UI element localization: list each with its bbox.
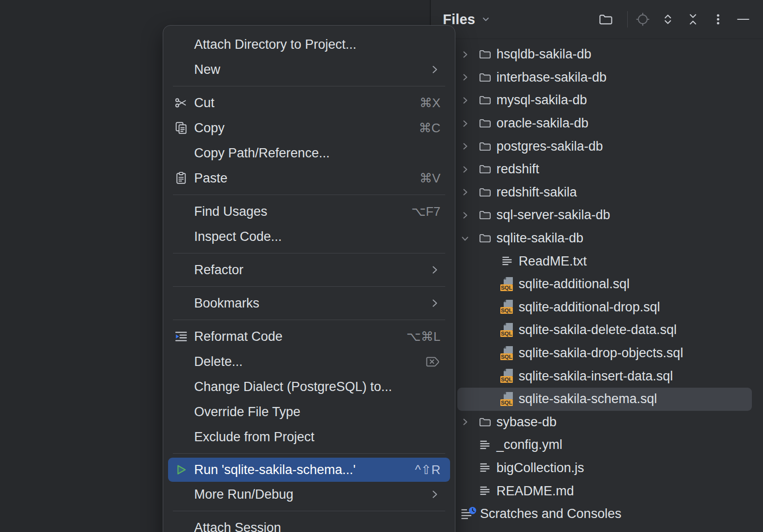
menu-item-copy-path-reference[interactable]: Copy Path/Reference...	[163, 140, 455, 166]
hide-panel-icon[interactable]	[735, 11, 751, 28]
files-view-switcher[interactable]: Files	[443, 12, 491, 28]
menu-item-more-run-debug[interactable]: More Run/Debug	[163, 482, 455, 507]
blank-icon	[174, 296, 188, 310]
tree-row-hsqldb-sakila-db[interactable]: hsqldb-sakila-db	[431, 43, 763, 66]
submenu-arrow-icon	[429, 297, 440, 309]
collapse-all-icon[interactable]	[685, 11, 701, 28]
tree-item-label: ReadME.txt	[519, 254, 587, 269]
submenu-arrow-icon	[429, 264, 440, 276]
chevron-down-icon	[480, 14, 491, 25]
tree-row-sqlite-sakila-drop-objects-sql[interactable]: SQLsqlite-sakila-drop-objects.sql	[431, 342, 763, 365]
chevron-right-icon[interactable]	[459, 71, 471, 83]
tree-item-label: sqlite-sakila-insert-data.sql	[519, 369, 673, 384]
tree-item-label: bigCollection.js	[496, 461, 584, 476]
locate-icon[interactable]	[635, 11, 651, 28]
menu-item-refactor[interactable]: Refactor	[163, 257, 455, 282]
tree-row-config-yml[interactable]: _config.yml	[431, 434, 763, 457]
tree-item-label: mysql-sakila-db	[496, 93, 587, 108]
folder-icon[interactable]	[597, 11, 614, 28]
menu-item-shortcut: ⌥⌘L	[407, 329, 440, 344]
chevron-right-icon[interactable]	[459, 49, 471, 60]
paste-icon	[174, 171, 188, 185]
chevron-right-icon[interactable]	[459, 140, 471, 152]
context-menu: Attach Directory to Project...NewCut⌘XCo…	[163, 25, 455, 532]
sql-file-icon: SQL	[499, 368, 515, 384]
tree-row-sqlite-additional-sql[interactable]: SQLsqlite-additional.sql	[431, 273, 763, 296]
menu-item-attach-session[interactable]: Attach Session	[163, 515, 455, 532]
menu-separator	[173, 511, 445, 511]
menu-item-find-usages[interactable]: Find Usages⌥F7	[163, 199, 455, 224]
tree-row-readme-txt[interactable]: ReadME.txt	[431, 250, 763, 273]
tree-item-label: interbase-sakila-db	[496, 70, 607, 85]
tree-row-redshift-sakila[interactable]: redshift-sakila	[431, 181, 763, 204]
blank-icon	[174, 487, 188, 502]
tree-row-sqlite-additional-drop-sql[interactable]: SQLsqlite-additional-drop.sql	[431, 296, 763, 319]
menu-item-exclude-from-project[interactable]: Exclude from Project	[163, 424, 455, 449]
chevron-right-icon[interactable]	[459, 118, 471, 129]
tree-row-sqlite-sakila-schema-sql[interactable]: SQLsqlite-sakila-schema.sql	[457, 388, 752, 411]
tree-row-readme-md[interactable]: README.md	[431, 479, 763, 503]
menu-item-run-sqlite-sakila-schema[interactable]: Run 'sqlite-sakila-schema...'^⇧R	[168, 458, 450, 482]
blank-icon	[174, 430, 188, 444]
svg-text:SQL: SQL	[501, 400, 512, 406]
tree-row-postgres-sakila-db[interactable]: postgres-sakila-db	[431, 135, 763, 158]
menu-item-label: More Run/Debug	[194, 487, 419, 502]
menu-separator	[173, 286, 445, 287]
tree-item-label: sqlite-sakila-drop-objects.sql	[519, 346, 683, 361]
chevron-down-icon[interactable]	[459, 233, 471, 244]
menu-item-inspect-code[interactable]: Inspect Code...	[163, 224, 455, 249]
menu-item-shortcut: ⌥F7	[411, 204, 440, 219]
files-panel-header: Files	[431, 0, 763, 39]
tree-row-mysql-sakila-db[interactable]: mysql-sakila-db	[431, 89, 763, 112]
menu-item-label: Attach Directory to Project...	[194, 37, 431, 52]
tree-row-scratches-and-consoles[interactable]: Scratches and Consoles	[431, 503, 763, 526]
chevron-right-icon[interactable]	[459, 416, 471, 428]
menu-separator	[173, 320, 445, 320]
menu-item-label: Paste	[194, 171, 410, 186]
sql-file-icon: SQL	[499, 277, 515, 292]
svg-text:SQL: SQL	[501, 308, 512, 313]
chevron-right-icon[interactable]	[459, 210, 471, 221]
blank-icon	[174, 354, 188, 369]
tree-row-sqlite-sakila-insert-data-sql[interactable]: SQLsqlite-sakila-insert-data.sql	[431, 364, 763, 388]
files-panel-toolbar	[589, 11, 763, 28]
tree-row-sqlite-sakila-delete-data-sql[interactable]: SQLsqlite-sakila-delete-data.sql	[431, 319, 763, 342]
sql-file-icon: SQL	[499, 299, 515, 315]
menu-item-bookmarks[interactable]: Bookmarks	[163, 291, 455, 316]
chevron-right-icon[interactable]	[459, 164, 471, 175]
menu-item-attach-directory-to-project[interactable]: Attach Directory to Project...	[163, 32, 455, 57]
more-options-icon[interactable]	[710, 11, 726, 28]
menu-item-label: Find Usages	[194, 204, 402, 219]
tree-row-bigcollection-js[interactable]: bigCollection.js	[431, 457, 763, 480]
chevron-right-icon[interactable]	[459, 186, 471, 198]
chevron-right-icon[interactable]	[459, 95, 471, 106]
tree-row-interbase-sakila-db[interactable]: interbase-sakila-db	[431, 66, 763, 89]
tree-row-sybase-db[interactable]: sybase-db	[431, 411, 763, 434]
menu-item-delete[interactable]: Delete...	[163, 349, 455, 374]
menu-item-paste[interactable]: Paste⌘V	[163, 166, 455, 191]
blank-icon	[174, 379, 188, 394]
tree-row-redshift[interactable]: redshift	[431, 158, 763, 181]
tree-row-sqlite-sakila-db[interactable]: sqlite-sakila-db	[431, 227, 763, 250]
blank-icon	[174, 204, 188, 219]
menu-item-copy[interactable]: Copy⌘C	[163, 115, 455, 140]
tree-item-label: sybase-db	[496, 415, 557, 430]
blank-icon	[174, 62, 188, 77]
menu-item-label: Override File Type	[194, 405, 431, 420]
menu-item-reformat-code[interactable]: Reformat Code⌥⌘L	[163, 324, 455, 349]
text-file-icon	[499, 255, 515, 267]
menu-item-change-dialect-postgresql-to[interactable]: Change Dialect (PostgreSQL) to...	[163, 374, 455, 399]
menu-item-cut[interactable]: Cut⌘X	[163, 90, 455, 115]
folder-icon	[478, 209, 492, 222]
scratches-icon	[460, 506, 477, 522]
menu-item-new[interactable]: New	[163, 57, 455, 82]
blank-icon	[174, 263, 188, 277]
file-tree: hsqldb-sakila-dbinterbase-sakila-dbmysql…	[431, 39, 763, 525]
tree-item-label: sqlite-additional.sql	[519, 277, 630, 292]
tree-row-oracle-sakila-db[interactable]: oracle-sakila-db	[431, 112, 763, 135]
menu-item-override-file-type[interactable]: Override File Type	[163, 399, 455, 424]
tree-row-sql-server-sakila-db[interactable]: sql-server-sakila-db	[431, 204, 763, 227]
folder-icon	[478, 48, 492, 61]
sql-file-icon: SQL	[499, 322, 515, 338]
expand-all-icon[interactable]	[660, 11, 676, 28]
